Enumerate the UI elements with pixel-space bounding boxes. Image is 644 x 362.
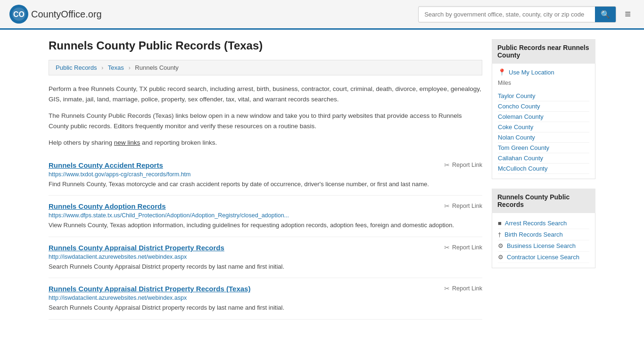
sidebar-record-label-3: Contractor License Search xyxy=(507,254,579,261)
county-link-0[interactable]: Taylor County xyxy=(498,91,589,101)
search-bar: 🔍 xyxy=(418,6,616,23)
report-link-0[interactable]: ✂ Report Link xyxy=(444,161,482,169)
breadcrumb-current: Runnels County xyxy=(135,64,179,71)
county-link-6[interactable]: Callahan County xyxy=(498,153,589,164)
main-content: Runnels County Public Records (Texas) Pu… xyxy=(49,39,482,320)
miles-label: Miles xyxy=(498,80,589,86)
record-url-2: http://iswdataclient.azurewebsites.net/w… xyxy=(49,254,482,260)
description-3: Help others by sharing new links and rep… xyxy=(49,138,482,148)
report-link-label-3: Report Link xyxy=(452,285,482,292)
nearby-section-body: 📍 Use My Location Miles Taylor CountyCon… xyxy=(492,64,595,179)
sidebar-record-icon-3: ⚙ xyxy=(498,254,504,261)
description-1: Perform a free Runnels County, TX public… xyxy=(49,84,482,104)
sidebar-record-label-2: Business License Search xyxy=(507,242,576,249)
record-entry: Runnels County Appraisal District Proper… xyxy=(49,278,482,320)
record-entry: Runnels County Accident Reports ✂ Report… xyxy=(49,155,482,196)
report-link-label-2: Report Link xyxy=(452,244,482,251)
county-link-3[interactable]: Coke County xyxy=(498,122,589,132)
location-icon: 📍 xyxy=(498,68,506,76)
record-title-2[interactable]: Runnels County Appraisal District Proper… xyxy=(49,244,224,252)
report-icon-0: ✂ xyxy=(444,161,450,169)
new-links-link[interactable]: new links xyxy=(114,139,140,146)
county-links-container: Taylor CountyConcho CountyColeman County… xyxy=(498,91,589,174)
sidebar-records-list: ■ Arrest Records Search † Birth Records … xyxy=(498,218,589,263)
breadcrumb-sep1: › xyxy=(101,64,103,71)
header-right: 🔍 ≡ xyxy=(418,6,635,23)
logo-area: CO CountyOffice.org xyxy=(9,5,102,24)
county-link-7[interactable]: McCulloch County xyxy=(498,164,589,174)
record-url-3: http://iswdataclient.azurewebsites.net/w… xyxy=(49,295,482,301)
nearby-section: Public Records near Runnels County 📍 Use… xyxy=(492,39,595,179)
sidebar-record-item-3[interactable]: ⚙ Contractor License Search xyxy=(498,252,589,263)
county-link-2[interactable]: Coleman County xyxy=(498,112,589,122)
sidebar-record-item-1[interactable]: † Birth Records Search xyxy=(498,229,589,240)
sidebar: Public Records near Runnels County 📍 Use… xyxy=(492,39,595,320)
use-my-location-button[interactable]: 📍 Use My Location xyxy=(498,68,554,76)
county-link-5[interactable]: Tom Green County xyxy=(498,143,589,153)
sidebar-record-icon-1: † xyxy=(498,231,501,238)
svg-text:CO: CO xyxy=(13,10,25,18)
nearby-section-header: Public Records near Runnels County xyxy=(492,39,595,64)
record-title-0[interactable]: Runnels County Accident Reports xyxy=(49,161,163,169)
sidebar-record-icon-2: ⚙ xyxy=(498,242,504,249)
records-section: Runnels County Public Records ■ Arrest R… xyxy=(492,189,595,268)
record-title-3[interactable]: Runnels County Appraisal District Proper… xyxy=(49,285,250,293)
record-desc-3: Search Runnels County Appraisal District… xyxy=(49,303,482,313)
sidebar-record-icon-0: ■ xyxy=(498,220,502,227)
record-title-1[interactable]: Runnels County Adoption Records xyxy=(49,202,166,210)
records-section-header: Runnels County Public Records xyxy=(492,189,595,213)
search-input[interactable] xyxy=(419,8,595,21)
menu-button[interactable]: ≡ xyxy=(621,6,635,22)
record-desc-1: View Runnels County, Texas adoption info… xyxy=(49,221,482,230)
breadcrumb-public-records[interactable]: Public Records xyxy=(56,64,97,71)
record-desc-0: Find Runnels County, Texas motorcycle an… xyxy=(49,180,482,189)
report-link-3[interactable]: ✂ Report Link xyxy=(444,285,482,292)
report-icon-3: ✂ xyxy=(444,285,450,292)
report-link-1[interactable]: ✂ Report Link xyxy=(444,202,482,210)
breadcrumb-sep2: › xyxy=(128,64,130,71)
records-section-body: ■ Arrest Records Search † Birth Records … xyxy=(492,213,595,268)
description-2: The Runnels County Public Records (Texas… xyxy=(49,111,482,131)
report-link-label-0: Report Link xyxy=(452,162,482,168)
county-link-4[interactable]: Nolan County xyxy=(498,132,589,143)
breadcrumb-texas[interactable]: Texas xyxy=(108,64,124,71)
site-header: CO CountyOffice.org 🔍 ≡ xyxy=(0,0,644,30)
record-entry: Runnels County Appraisal District Proper… xyxy=(49,237,482,279)
site-logo-icon: CO xyxy=(9,5,28,24)
record-url-0: https://www.txdot.gov/apps-cg/crash_reco… xyxy=(49,171,482,178)
breadcrumb: Public Records › Texas › Runnels County xyxy=(49,60,482,75)
record-entry: Runnels County Adoption Records ✂ Report… xyxy=(49,196,482,237)
sidebar-record-label-0: Arrest Records Search xyxy=(505,220,567,227)
logo-text: CountyOffice.org xyxy=(31,9,102,20)
report-link-2[interactable]: ✂ Report Link xyxy=(444,244,482,251)
record-url-1: https://www.dfps.state.tx.us/Child_Prote… xyxy=(49,212,482,219)
report-icon-1: ✂ xyxy=(444,202,450,210)
main-container: Runnels County Public Records (Texas) Pu… xyxy=(39,30,605,329)
search-button[interactable]: 🔍 xyxy=(595,7,616,22)
sidebar-record-item-2[interactable]: ⚙ Business License Search xyxy=(498,240,589,252)
report-link-label-1: Report Link xyxy=(452,203,482,209)
sidebar-record-label-1: Birth Records Search xyxy=(504,231,563,238)
sidebar-record-item-0[interactable]: ■ Arrest Records Search xyxy=(498,218,589,229)
county-link-1[interactable]: Concho County xyxy=(498,101,589,112)
records-container: Runnels County Accident Reports ✂ Report… xyxy=(49,155,482,320)
record-desc-2: Search Runnels County Appraisal District… xyxy=(49,262,482,272)
report-icon-2: ✂ xyxy=(444,244,450,251)
use-my-location-label: Use My Location xyxy=(509,69,554,76)
page-title: Runnels County Public Records (Texas) xyxy=(49,39,482,52)
